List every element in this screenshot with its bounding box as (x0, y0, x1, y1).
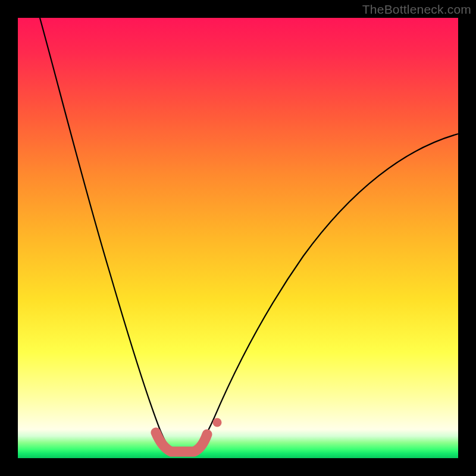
trough-marker (156, 433, 207, 452)
trough-dot-icon (213, 418, 222, 427)
chart-frame: TheBottleneck.com (0, 0, 476, 476)
bottleneck-curve (40, 18, 458, 452)
curve-layer (18, 18, 458, 458)
watermark-text: TheBottleneck.com (362, 2, 471, 17)
plot-area (18, 18, 458, 458)
